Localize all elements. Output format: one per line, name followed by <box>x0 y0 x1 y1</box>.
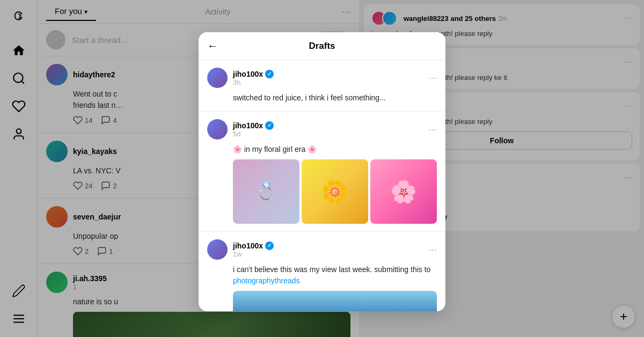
verified-badge: ✓ <box>265 70 274 78</box>
draft-text: i can't believe this was my view last we… <box>233 264 437 287</box>
draft-image-flower-candy: 🌼 <box>302 159 368 224</box>
drafts-header: ← Drafts <box>199 32 445 60</box>
back-button[interactable]: ← <box>207 40 218 52</box>
draft-item-1[interactable]: jiho100x ✓ 3h ··· switched to red juice,… <box>199 60 445 112</box>
drafts-title: Drafts <box>224 41 420 52</box>
draft-time: 1w <box>233 250 423 258</box>
draft-more-icon[interactable]: ··· <box>429 72 437 84</box>
draft-text: switched to red juice, i think i feel so… <box>233 92 437 104</box>
draft-photo <box>233 291 437 311</box>
draft-user-info: jiho100x ✓ 1w <box>233 241 423 258</box>
draft-avatar <box>207 68 228 88</box>
draft-image-hand: 💍 <box>233 159 299 224</box>
draft-item-2[interactable]: jiho100x ✓ 5d ··· 🌸 in my floral girl er… <box>199 112 445 232</box>
verified-badge: ✓ <box>265 241 274 250</box>
draft-more-icon[interactable]: ··· <box>429 244 437 255</box>
draft-time: 5d <box>233 130 423 138</box>
draft-avatar <box>207 119 228 140</box>
flower-emoji-right: 🌸 <box>308 145 317 153</box>
verified-badge: ✓ <box>265 121 274 130</box>
draft-username: jiho100x ✓ <box>233 70 423 78</box>
modal-overlay: ← Drafts jiho100x ✓ 3h ··· switched to r… <box>0 0 644 337</box>
draft-user-info: jiho100x ✓ 5d <box>233 121 423 138</box>
draft-more-icon[interactable]: ··· <box>429 124 437 135</box>
draft-avatar <box>207 239 228 260</box>
draft-text: 🌸 in my floral girl era 🌸 <box>233 144 437 155</box>
draft-username: jiho100x ✓ <box>233 121 423 130</box>
draft-image-foil-flower: 🌸 <box>370 159 437 224</box>
flower-emoji-left: 🌸 <box>233 145 242 153</box>
draft-item-3[interactable]: jiho100x ✓ 1w ··· i can't believe this w… <box>199 232 445 311</box>
drafts-modal: ← Drafts jiho100x ✓ 3h ··· switched to r… <box>199 32 445 311</box>
draft-link[interactable]: photographythreads <box>233 276 300 285</box>
draft-username: jiho100x ✓ <box>233 241 423 250</box>
draft-user-info: jiho100x ✓ 3h <box>233 70 423 86</box>
draft-images: 💍 🌼 🌸 <box>233 159 437 224</box>
draft-time: 3h <box>233 78 423 86</box>
